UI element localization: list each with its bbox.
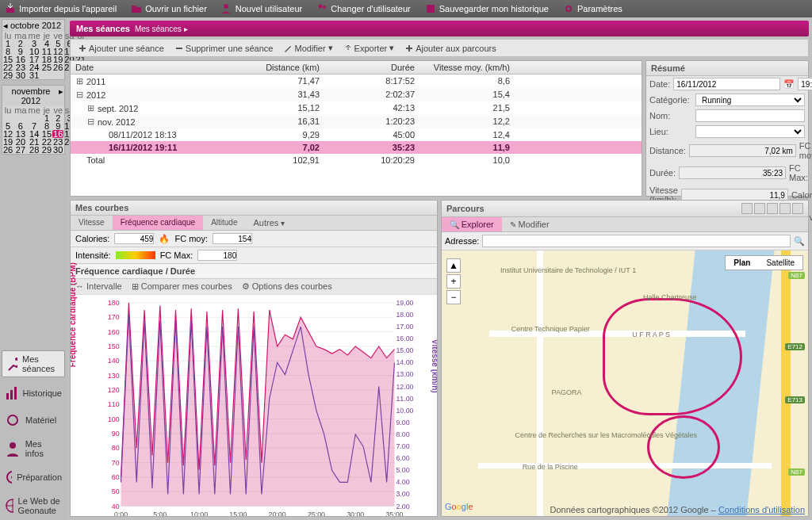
map-pan-up[interactable]: ▲ xyxy=(446,258,461,273)
import-button[interactable]: Importer depuis l'appareil xyxy=(5,3,117,14)
sidebar-item-web[interactable]: Le Web de Geonaute xyxy=(2,493,65,518)
map-icon-4[interactable] xyxy=(779,203,791,214)
calendar-day[interactable]: 26 xyxy=(2,146,13,154)
map-icon-5[interactable] xyxy=(792,203,803,214)
left-sidebar: ◂octobre 2012 lumamejevesadi123456789101… xyxy=(0,17,67,520)
map-mini-icons xyxy=(741,203,803,214)
summary-name[interactable] xyxy=(695,109,805,122)
map-route-badge: E712 xyxy=(785,343,805,350)
map-icon-2[interactable] xyxy=(754,203,765,214)
map-route-badge: E713 xyxy=(785,396,805,403)
col-duration[interactable]: Durée xyxy=(324,61,419,74)
tab-vitesse[interactable]: Vitesse xyxy=(71,216,113,230)
globe-icon xyxy=(5,498,13,514)
sidebar-item-sessions[interactable]: Mes séances xyxy=(2,350,65,377)
sidebar-item-preparation[interactable]: Préparation xyxy=(2,466,65,488)
calendar-november[interactable]: novembre 2012▸ lumamejevesadi12345678910… xyxy=(2,85,65,155)
svg-text:4.00: 4.00 xyxy=(396,478,409,486)
chart-area[interactable]: Fréquence cardiaque (BPM) Vitesse (km/h)… xyxy=(71,295,437,517)
calendar-day[interactable]: 29 xyxy=(41,146,52,154)
calendar-day[interactable] xyxy=(52,71,63,79)
tab-modifier[interactable]: ✎ Modifier xyxy=(502,217,557,231)
table-row[interactable]: ⊟nov. 201216,311:20:2312,2 xyxy=(71,115,642,128)
map-poi: Centre de Recherches sur les Macromolécu… xyxy=(515,431,697,439)
intensity-bar xyxy=(116,251,155,259)
person-icon xyxy=(5,441,21,457)
sidebar-item-material[interactable]: Matériel xyxy=(2,409,65,431)
col-date[interactable]: Date xyxy=(71,61,229,74)
tab-explorer[interactable]: 🔍 Explorer xyxy=(442,217,502,231)
col-distance[interactable]: Distance (km) xyxy=(229,61,324,74)
save-history-button[interactable]: Sauvegarder mon historique xyxy=(425,3,549,14)
svg-text:50: 50 xyxy=(112,488,120,495)
add-to-routes-button[interactable]: Ajouter aux parcours xyxy=(400,41,501,55)
address-input[interactable] xyxy=(482,235,791,247)
tab-fc[interactable]: Fréquence cardiaque xyxy=(113,216,204,230)
map-zoom-out[interactable]: − xyxy=(446,290,461,304)
open-file-button[interactable]: Ouvrir un fichier xyxy=(131,3,207,14)
summary-time[interactable] xyxy=(798,78,812,90)
table-header: Date Distance (km) Durée Vitesse moy. (k… xyxy=(71,61,642,75)
calendar-title: octobre 2012 xyxy=(10,21,61,31)
chart-interval-button[interactable]: ↔ Intervalle xyxy=(75,281,122,292)
calendar-icon[interactable]: 📅 xyxy=(783,79,795,90)
table-row[interactable]: 16/11/2012 19:117,0235:2311,9 xyxy=(71,141,642,154)
modify-button[interactable]: Modifier▾ xyxy=(279,41,337,55)
calendar-day[interactable]: 30 xyxy=(52,146,63,154)
calendar-day[interactable]: 31 xyxy=(28,71,41,79)
table-row[interactable]: ⊞sept. 201215,1242:1321,5 xyxy=(71,101,642,115)
switch-user-button[interactable]: Changer d'utilisateur xyxy=(316,3,411,14)
fire-icon: 🔥 xyxy=(159,234,170,244)
maptype-plan[interactable]: Plan xyxy=(726,256,758,270)
col-speed[interactable]: Vitesse moy. (km/h) xyxy=(419,61,515,74)
summary-place[interactable] xyxy=(695,125,805,138)
calendar-day[interactable]: 25 xyxy=(41,63,52,71)
svg-text:120: 120 xyxy=(108,386,120,394)
svg-text:18.00: 18.00 xyxy=(396,311,413,319)
sidebar-item-history[interactable]: Historique xyxy=(2,382,65,404)
table-row[interactable]: 08/11/2012 18:139,2945:0012,4 xyxy=(71,128,642,141)
settings-button[interactable]: Paramètres xyxy=(563,3,622,14)
calendar-day[interactable]: 28 xyxy=(28,146,41,154)
svg-text:3.00: 3.00 xyxy=(396,490,409,498)
tab-altitude[interactable]: Altitude xyxy=(203,216,245,230)
maptype-satellite[interactable]: Satellite xyxy=(758,256,802,270)
cal-prev-icon[interactable]: ◂ xyxy=(3,21,8,31)
table-row[interactable]: Total102,9110:20:2910,0 xyxy=(71,154,642,166)
chart-compare-button[interactable]: ⊞ Comparer mes courbes xyxy=(132,281,232,292)
map-zoom-in[interactable]: + xyxy=(446,274,461,289)
add-session-button[interactable]: Ajouter une séance xyxy=(74,41,169,55)
search-icon[interactable]: 🔍 xyxy=(794,236,805,247)
svg-rect-4 xyxy=(427,5,435,13)
calendar-day[interactable]: 27 xyxy=(13,146,27,154)
summary-date[interactable] xyxy=(673,78,780,90)
map-canvas[interactable]: Halle Chartreuse U F R A P S PAGORA Cent… xyxy=(442,250,808,516)
new-user-button[interactable]: Nouvel utilisateur xyxy=(221,3,302,14)
chart-options-button[interactable]: ⚙ Options des courbes xyxy=(242,281,332,292)
calendar-day[interactable]: 30 xyxy=(13,71,27,79)
sidebar-item-myinfo[interactable]: Mes infos xyxy=(2,436,65,461)
svg-text:5.00: 5.00 xyxy=(396,466,409,474)
table-row[interactable]: ⊟201231,432:02:3715,4 xyxy=(71,88,642,101)
svg-text:90: 90 xyxy=(112,430,120,438)
delete-session-button[interactable]: Supprimer une séance xyxy=(170,41,278,55)
svg-text:7.00: 7.00 xyxy=(396,442,409,450)
calendar-october[interactable]: ◂octobre 2012 lumamejevesadi123456789101… xyxy=(2,19,65,80)
map-terms-link[interactable]: Conditions d'utilisation xyxy=(718,505,805,514)
gps-track-oval xyxy=(647,415,720,479)
page-title-bar: Mes séances Mes séances ▸ xyxy=(70,21,809,36)
cal-next-icon[interactable]: ▸ xyxy=(59,86,63,105)
map-icon-3[interactable] xyxy=(767,203,778,214)
calendar-day[interactable] xyxy=(41,71,52,79)
summary-category[interactable]: Running xyxy=(695,94,805,106)
svg-rect-7 xyxy=(6,393,9,400)
svg-point-1 xyxy=(224,4,228,9)
tab-autres[interactable]: Autres ▾ xyxy=(246,216,293,230)
calendar-day[interactable]: 29 xyxy=(2,71,13,79)
google-logo: Google xyxy=(445,501,473,513)
calendar-day[interactable]: 26 xyxy=(52,63,63,71)
map-icon-1[interactable] xyxy=(741,203,753,214)
table-row[interactable]: ⊞201171,478:17:528,6 xyxy=(71,75,642,88)
export-button[interactable]: Exporter▾ xyxy=(339,41,400,55)
svg-text:70: 70 xyxy=(112,459,120,467)
